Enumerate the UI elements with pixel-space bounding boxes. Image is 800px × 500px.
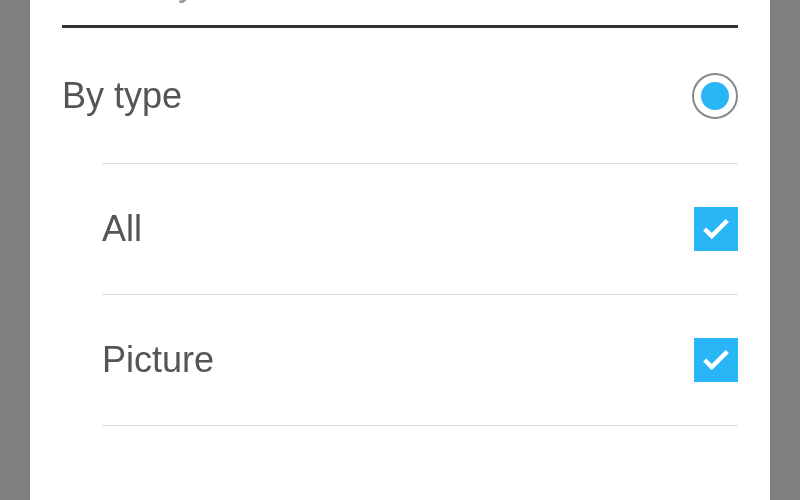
checkbox-all[interactable] [694, 207, 738, 251]
check-icon [699, 212, 733, 246]
filter-all-label: All [102, 208, 142, 250]
option-by-type-label: By type [62, 75, 182, 117]
radio-by-type[interactable] [692, 73, 738, 119]
item-divider [102, 425, 738, 426]
checkbox-picture[interactable] [694, 338, 738, 382]
option-file-only[interactable]: File only [30, 0, 770, 13]
settings-screen: File only By type All Picture [30, 0, 770, 500]
radio-selected-dot [701, 82, 729, 110]
option-by-type[interactable]: By type [30, 28, 770, 163]
check-icon [699, 343, 733, 377]
filter-picture-label: Picture [102, 339, 214, 381]
filter-picture[interactable]: Picture [30, 295, 770, 425]
filter-all[interactable]: All [30, 164, 770, 294]
option-file-only-label: File only [62, 0, 196, 4]
